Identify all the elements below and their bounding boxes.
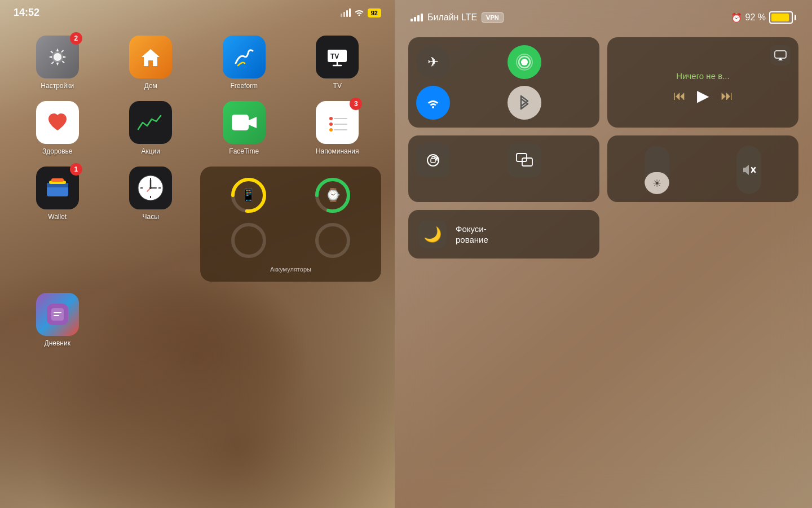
alarm-icon: ⏰	[731, 12, 742, 23]
status-icons: 92	[341, 8, 381, 18]
freeform-label: Freeform	[230, 82, 258, 90]
svg-point-6	[329, 117, 333, 120]
time-display: 14:52	[14, 7, 39, 19]
battery-percent-text: 92 %	[745, 12, 766, 23]
svg-point-25	[149, 187, 152, 189]
battery-widget-label: Аккумуляторы	[209, 266, 372, 273]
airplay-button[interactable]	[770, 45, 791, 65]
forward-button[interactable]: ⏭	[721, 89, 733, 103]
cc-media-tile: Ничего не в... ⏮ ▶ ⏭	[607, 37, 798, 128]
freeform-icon	[223, 36, 266, 78]
focus-moon-icon: 🌙	[418, 220, 447, 248]
app-stocks[interactable]: Акции	[107, 101, 195, 155]
battery-widget[interactable]: 📱 ⌚	[200, 167, 381, 282]
home-icon	[129, 36, 172, 78]
screen-mirror-button[interactable]	[508, 143, 541, 177]
svg-point-30	[233, 225, 264, 256]
iphone-battery: 📱	[209, 176, 288, 215]
svg-rect-41	[522, 158, 532, 166]
svg-rect-37	[775, 51, 786, 58]
svg-point-34	[521, 59, 528, 65]
wallet-badge: 1	[70, 163, 82, 176]
svg-rect-40	[517, 154, 527, 161]
cc-content: Билайн LTE VPN ⏰ 92 % ✈	[395, 0, 812, 270]
bar4	[421, 14, 423, 21]
cc-status-bar: Билайн LTE VPN ⏰ 92 %	[408, 11, 798, 24]
bar1	[411, 19, 413, 21]
app-health[interactable]: Здоровье	[14, 101, 102, 155]
cc-orient-tile[interactable]	[408, 135, 599, 202]
hotspot-icon	[516, 54, 533, 71]
clock-label: Часы	[143, 213, 159, 221]
svg-rect-33	[51, 308, 64, 321]
app-stocks-wrap	[129, 101, 172, 144]
app-home[interactable]: Дом	[107, 36, 195, 90]
app-tv-wrap: TV	[316, 36, 359, 78]
media-airplay-area	[615, 45, 791, 65]
focus-label: Фокуси-рование	[456, 224, 488, 246]
iphone-icon: 📱	[229, 176, 268, 215]
empty-battery-1	[209, 221, 288, 260]
app-grid: 2 Настройки Дом	[0, 19, 395, 358]
tv-icon: TV	[316, 36, 359, 78]
battery-fill	[771, 14, 789, 21]
airplane-icon: ✈	[427, 54, 439, 70]
app-wallet[interactable]: 1 Wallet	[14, 167, 102, 282]
watch-icon: ⌚	[313, 176, 352, 215]
focus-tile[interactable]: 🌙 Фокуси-рование	[408, 210, 599, 259]
health-icon	[36, 101, 79, 144]
app-clock[interactable]: Часы	[107, 167, 195, 282]
cc-network-tile[interactable]: ✈	[408, 37, 599, 128]
wifi-toggle-icon	[425, 96, 442, 110]
app-freeform-wrap	[223, 36, 266, 78]
screen-mirror-icon	[516, 152, 533, 168]
wifi-icon	[354, 8, 364, 18]
app-facetime[interactable]: FaceTime	[200, 101, 288, 155]
journal-icon	[36, 293, 79, 336]
play-button[interactable]: ▶	[697, 86, 709, 105]
tv-label: TV	[333, 82, 342, 90]
carrier-signal	[411, 14, 423, 21]
app-tv[interactable]: TV TV	[294, 36, 382, 90]
wifi-toggle-button[interactable]	[416, 86, 450, 120]
app-freeform[interactable]: Freeform	[200, 36, 288, 90]
svg-point-10	[329, 128, 333, 132]
app-health-wrap	[36, 101, 79, 144]
app-settings[interactable]: 2 Настройки	[14, 36, 102, 90]
home-label: Дом	[144, 82, 157, 90]
rewind-button[interactable]: ⏮	[673, 89, 686, 103]
bluetooth-button[interactable]	[508, 86, 541, 120]
app-home-wrap	[129, 36, 172, 78]
battery-badge: 92	[368, 8, 381, 17]
watch-ring: ⌚	[313, 176, 352, 215]
app-journal[interactable]: Дневник	[14, 293, 102, 347]
svg-text:TV: TV	[330, 52, 339, 60]
settings-label: Настройки	[41, 82, 74, 90]
iphone-ring: 📱	[229, 176, 268, 215]
stocks-icon	[129, 101, 172, 144]
reminders-label: Напоминания	[316, 147, 359, 155]
cc-battery-info: ⏰ 92 %	[731, 11, 796, 24]
app-facetime-wrap	[223, 101, 266, 144]
cc-row3: 🌙 Фокуси-рование	[408, 210, 798, 259]
carrier-info: Билайн LTE VPN	[411, 12, 504, 23]
rotation-lock-button[interactable]	[416, 143, 450, 177]
app-reminders[interactable]: 3 Напоминания	[294, 101, 382, 155]
bluetooth-icon	[518, 94, 531, 111]
airplane-mode-button[interactable]: ✈	[416, 45, 450, 79]
volume-mute-area	[707, 143, 791, 194]
iphone-homescreen: 14:52 92	[0, 0, 395, 508]
battery-tip	[795, 15, 796, 20]
app-settings-wrap: 2	[36, 36, 79, 78]
carrier-name: Билайн LTE	[427, 12, 477, 23]
mute-button[interactable]	[736, 146, 761, 194]
svg-point-31	[317, 225, 348, 256]
facetime-label: FaceTime	[229, 147, 259, 155]
brightness-slider[interactable]: ☀	[615, 143, 699, 194]
brightness-icon: ☀	[652, 177, 661, 190]
empty-battery-2	[294, 221, 373, 260]
media-controls: ⏮ ▶ ⏭	[615, 86, 791, 105]
personal-hotspot-button[interactable]	[508, 45, 541, 79]
battery-icon-cc	[769, 11, 796, 24]
status-bar: 14:52 92	[0, 0, 395, 19]
